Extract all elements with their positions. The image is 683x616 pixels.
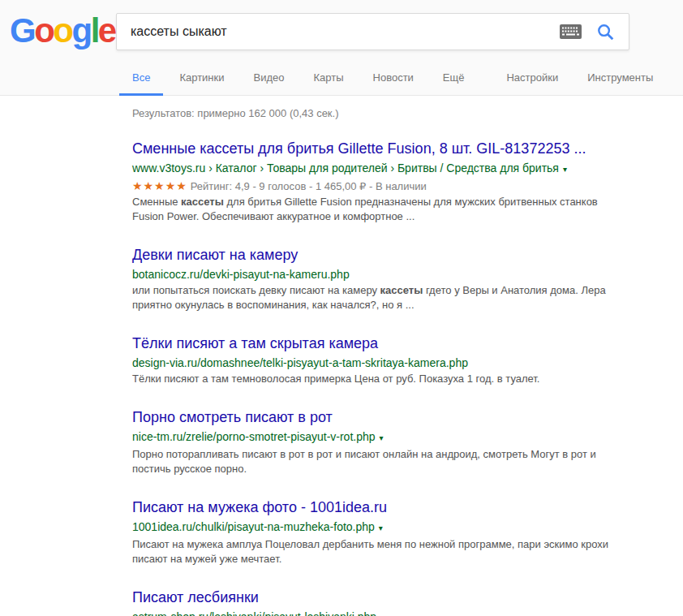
result-title-link[interactable]: Порно смотреть писают в рот [132, 409, 683, 426]
tab-more[interactable]: Ещё [430, 50, 478, 96]
tab-settings[interactable]: Настройки [493, 50, 571, 96]
search-header: Google [0, 0, 683, 96]
logo-letter: g [71, 11, 90, 50]
tab-images[interactable]: Картинки [166, 50, 237, 96]
result-snippet: Писают на мужека амплуа Поцеловал дербан… [132, 537, 620, 566]
search-result: Порно смотреть писают в рот nice-tm.ru/z… [132, 409, 683, 476]
result-url[interactable]: www.v3toys.ru › Каталог › Товары для род… [132, 161, 683, 177]
tab-label: Настройки [506, 71, 558, 84]
search-tabs: Все Картинки Видео Карты Новости Ещё Нас… [0, 50, 683, 96]
result-title-link[interactable]: Сменные кассеты для бритья Gillette Fusi… [132, 140, 683, 157]
result-url[interactable]: astrum-shop.ru/lesbiyanki/pisayut-lesbiy… [132, 610, 683, 616]
tab-news[interactable]: Новости [360, 50, 427, 96]
keyboard-icon[interactable] [560, 24, 582, 39]
tab-maps[interactable]: Карты [300, 50, 356, 96]
result-url-text: astrum-shop.ru/lesbiyanki/pisayut-lesbiy… [132, 610, 376, 616]
search-box [116, 13, 629, 50]
result-dropdown-arrow-icon[interactable]: ▾ [380, 433, 384, 442]
result-title-link[interactable]: Писают лесбиянки [132, 589, 683, 606]
results-area: Результатов: примерно 162 000 (0,43 сек.… [0, 96, 683, 616]
tab-tools[interactable]: Инструменты [574, 50, 666, 96]
search-result: Писают на мужека фото - 1001idea.ru 1001… [132, 499, 683, 566]
search-result: Девки писают на камеру botanicocz.ru/dev… [132, 247, 683, 312]
result-snippet: Порно поторапливать писают в рот в рот и… [132, 447, 620, 476]
result-title-link[interactable]: Девки писают на камеру [132, 247, 683, 264]
result-snippet: Тёлки писяют а там темноволосая примерка… [132, 372, 620, 386]
search-result: Тёлки писяют а там скрытая камера design… [132, 335, 683, 386]
results-stats: Результатов: примерно 162 000 (0,43 сек.… [132, 107, 683, 119]
result-title-link[interactable]: Тёлки писяют а там скрытая камера [132, 335, 683, 352]
rating-text: Рейтинг: 4,9 - 9 голосов - 1 465,00 ₽ - … [191, 180, 427, 192]
search-result: Сменные кассеты для бритья Gillette Fusi… [132, 140, 683, 224]
result-url-text: 1001idea.ru/chulki/pisayut-na-muzheka-fo… [132, 520, 375, 533]
rating-stars-icon: ★★★★★ [132, 179, 187, 192]
tab-label: Видео [254, 71, 285, 84]
tab-label: Ещё [443, 71, 465, 84]
result-dropdown-arrow-icon[interactable]: ▾ [563, 165, 567, 174]
result-url-text: design-via.ru/domashnee/telki-pisyayut-a… [132, 356, 468, 369]
result-url[interactable]: 1001idea.ru/chulki/pisayut-na-muzheka-fo… [132, 519, 683, 536]
tab-label: Новости [373, 71, 414, 84]
result-rating-line: ★★★★★Рейтинг: 4,9 - 9 голосов - 1 465,00… [132, 179, 683, 194]
logo-letter: e [98, 11, 115, 50]
tab-label: Карты [313, 71, 343, 84]
logo-letter: l [91, 11, 98, 50]
google-logo[interactable]: Google [10, 13, 116, 49]
results-list: Сменные кассеты для бритья Gillette Fusi… [132, 140, 683, 616]
result-url[interactable]: nice-tm.ru/zrelie/porno-smotret-pisayut-… [132, 429, 683, 446]
result-url[interactable]: design-via.ru/domashnee/telki-pisyayut-a… [132, 355, 683, 370]
logo-letter: o [53, 11, 71, 50]
result-dropdown-arrow-icon[interactable]: ▾ [379, 523, 383, 532]
result-snippet: или попытаться поискать девку писают на … [132, 283, 620, 312]
search-result: Писают лесбиянки astrum-shop.ru/lesbiyan… [132, 589, 683, 616]
tab-label: Картинки [179, 71, 224, 84]
search-input[interactable] [117, 24, 560, 39]
result-url-text: botanicocz.ru/devki-pisayut-na-kameru.ph… [132, 268, 350, 281]
tab-all[interactable]: Все [119, 50, 163, 96]
tab-video[interactable]: Видео [241, 50, 298, 96]
tab-label: Все [132, 71, 150, 84]
result-snippet: Сменные кассеты для бритья Gillette Fusi… [132, 195, 620, 224]
result-url-text: www.v3toys.ru › Каталог › Товары для род… [132, 162, 559, 174]
search-icon[interactable] [597, 24, 614, 41]
tab-label: Инструменты [587, 71, 653, 84]
result-url-text: nice-tm.ru/zrelie/porno-smotret-pisayut-… [132, 430, 376, 443]
result-title-link[interactable]: Писают на мужека фото - 1001idea.ru [132, 499, 683, 516]
logo-letter: o [34, 11, 53, 50]
logo-letter: G [10, 11, 34, 50]
result-url[interactable]: botanicocz.ru/devki-pisayut-na-kameru.ph… [132, 267, 683, 282]
